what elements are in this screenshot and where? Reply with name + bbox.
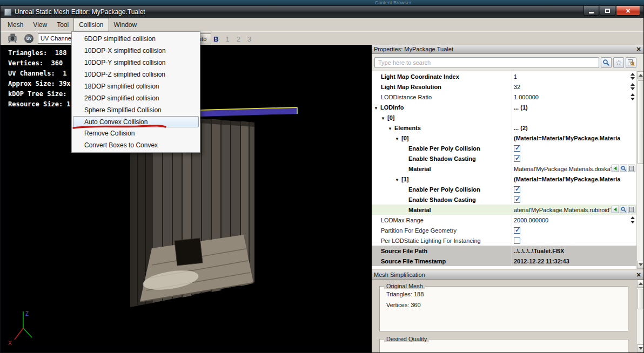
- expander-icon[interactable]: [395, 176, 401, 182]
- close-mesh-simplification-button[interactable]: [635, 271, 642, 279]
- property-value[interactable]: [512, 143, 636, 153]
- spinner-down-icon[interactable]: [630, 221, 635, 223]
- menu-mesh[interactable]: Mesh: [3, 18, 28, 31]
- uv-overlay-icon[interactable]: UV: [24, 34, 33, 43]
- find-in-browser-icon[interactable]: [620, 165, 627, 172]
- property-row[interactable]: Materialaterial'MyPackage.Materials.rubi…: [372, 205, 636, 215]
- collision-menu-item[interactable]: 26DOP simplified collision: [73, 92, 199, 104]
- collision-menu-item[interactable]: Auto Convex Collision: [73, 116, 199, 127]
- property-value[interactable]: (Material=Material'MyPackage.Materia: [512, 174, 636, 184]
- property-value[interactable]: ... (1): [512, 102, 636, 112]
- property-value[interactable]: 2012-12-22 11:32:43: [512, 256, 636, 266]
- checkbox[interactable]: [514, 237, 520, 244]
- camera-icon[interactable]: [7, 33, 19, 44]
- spinner-down-icon[interactable]: [630, 77, 635, 80]
- show-properties-icon[interactable]: [628, 165, 635, 172]
- expander-icon[interactable]: [381, 114, 387, 121]
- lod-button-3[interactable]: 3: [247, 35, 251, 43]
- spinner-up-icon[interactable]: [630, 73, 635, 76]
- property-value[interactable]: [512, 112, 636, 123]
- checkbox[interactable]: [514, 155, 520, 162]
- property-value[interactable]: ..\..\..\..\Tualet.FBX: [512, 246, 636, 256]
- collision-menu-item[interactable]: Remove Collision: [73, 127, 199, 139]
- collision-menu-item[interactable]: 10DOP-Y simplified collision: [73, 57, 199, 69]
- menu-view[interactable]: View: [28, 18, 52, 31]
- collision-menu-item[interactable]: Sphere Simplified Collision: [73, 104, 199, 116]
- menu-window[interactable]: Window: [109, 18, 142, 31]
- collision-menu-item[interactable]: Convert Boxes to Convex: [73, 139, 199, 151]
- property-row[interactable]: Per LODStatic Lighting For Instancing: [372, 235, 636, 246]
- expander-icon[interactable]: [374, 104, 380, 111]
- scrollbar-thumb[interactable]: [638, 80, 644, 164]
- search-input[interactable]: [374, 57, 599, 68]
- value-spinner[interactable]: [630, 73, 635, 80]
- scroll-down-icon[interactable]: [637, 261, 644, 269]
- property-value[interactable]: ... (2): [512, 123, 636, 133]
- property-value[interactable]: [512, 225, 636, 235]
- property-row[interactable]: LODDistance Ratio1.000000: [372, 92, 636, 102]
- expander-icon[interactable]: [395, 135, 401, 141]
- titlebar[interactable]: Unreal Static Mesh Editor: MyPackage.Tua…: [1, 6, 643, 18]
- spinner-up-icon[interactable]: [630, 216, 635, 219]
- property-value[interactable]: [512, 184, 636, 194]
- checkbox[interactable]: [514, 145, 520, 152]
- property-value[interactable]: 1: [512, 71, 636, 82]
- property-value[interactable]: 32: [512, 82, 636, 92]
- close-button[interactable]: [616, 6, 640, 16]
- minimize-button[interactable]: [583, 6, 599, 16]
- property-value[interactable]: [512, 235, 636, 246]
- property-row[interactable]: MaterialMaterial'MyPackage.Materials.dos…: [372, 164, 636, 174]
- properties-scrollbar[interactable]: [636, 71, 644, 269]
- search-button[interactable]: [601, 57, 612, 68]
- checkbox[interactable]: [514, 186, 520, 193]
- property-value[interactable]: Material'MyPackage.Materials.doska': [512, 164, 636, 174]
- collision-menu-item[interactable]: 10DOP-X simplified collision: [73, 45, 199, 57]
- property-row[interactable]: Source File Timestamp2012-12-22 11:32:43: [372, 256, 636, 266]
- property-row[interactable]: Light Map Coordinate Index1: [372, 71, 636, 82]
- property-row[interactable]: [1](Material=Material'MyPackage.Materia: [372, 174, 636, 184]
- property-value[interactable]: 1.000000: [512, 92, 636, 102]
- property-row[interactable]: LODInfo... (1): [372, 102, 636, 112]
- property-row[interactable]: Source File Path..\..\..\..\Tualet.FBX: [372, 246, 636, 256]
- checkbox[interactable]: [514, 227, 520, 234]
- scrollbar-thumb[interactable]: [638, 289, 644, 309]
- checkbox[interactable]: [514, 196, 520, 203]
- collision-menu-item[interactable]: 10DOP-Z simplified collision: [73, 69, 199, 80]
- maximize-button[interactable]: [600, 6, 615, 16]
- property-row[interactable]: Enable Per Poly Collision: [372, 143, 636, 153]
- scroll-up-icon[interactable]: [637, 280, 644, 288]
- property-value[interactable]: aterial'MyPackage.Materials.rubiroid': [512, 205, 636, 215]
- property-row[interactable]: [0](Material=Material'MyPackage.Materia: [372, 133, 636, 143]
- menu-collision[interactable]: Collision: [73, 18, 109, 31]
- lod-button-1[interactable]: 1: [225, 35, 229, 43]
- property-row[interactable]: Enable Shadow Casting: [372, 194, 636, 205]
- advanced-search-button[interactable]: [626, 57, 636, 68]
- property-row[interactable]: [0]: [372, 112, 636, 123]
- show-properties-icon[interactable]: [628, 206, 635, 213]
- spinner-down-icon[interactable]: [630, 87, 635, 90]
- value-spinner[interactable]: [630, 83, 635, 90]
- scroll-up-icon[interactable]: [637, 71, 644, 79]
- spinner-up-icon[interactable]: [630, 93, 635, 96]
- use-selected-icon[interactable]: [612, 165, 619, 172]
- spinner-up-icon[interactable]: [630, 83, 635, 86]
- property-value[interactable]: [512, 153, 636, 164]
- property-value[interactable]: 2000.000000: [512, 215, 636, 225]
- expander-icon[interactable]: [388, 125, 394, 131]
- spinner-down-icon[interactable]: [630, 98, 635, 100]
- lod-button-2[interactable]: 2: [237, 35, 240, 43]
- use-selected-icon[interactable]: [612, 206, 619, 213]
- collision-menu-item[interactable]: 18DOP simplified collision: [73, 80, 199, 92]
- property-row[interactable]: Partition For Edge Geometry: [372, 225, 636, 235]
- close-properties-button[interactable]: [635, 45, 642, 53]
- property-row[interactable]: Light Map Resolution32: [372, 82, 636, 92]
- mesh-simplification-scrollbar[interactable]: [636, 280, 644, 352]
- collision-menu-item[interactable]: 6DOP simplified collision: [73, 33, 199, 45]
- value-spinner[interactable]: [630, 216, 635, 223]
- property-value[interactable]: [512, 194, 636, 205]
- property-row[interactable]: Enable Shadow Casting: [372, 153, 636, 164]
- property-value[interactable]: (Material=Material'MyPackage.Materia: [512, 133, 636, 143]
- property-row[interactable]: LODMax Range2000.000000: [372, 215, 636, 225]
- property-row[interactable]: Enable Per Poly Collision: [372, 184, 636, 194]
- property-row[interactable]: Elements... (2): [372, 123, 636, 133]
